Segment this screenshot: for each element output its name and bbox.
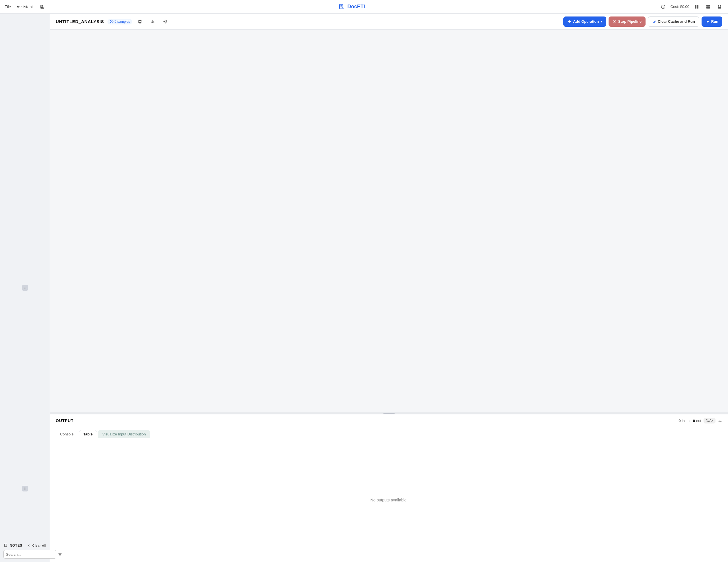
tab-console[interactable]: Console (56, 430, 78, 438)
search-input[interactable] (3, 550, 56, 559)
bookmark-icon (3, 544, 7, 547)
svg-point-22 (26, 488, 26, 489)
svg-point-20 (26, 487, 26, 488)
output-stats: 0 in → 0 out N/Ax (679, 418, 722, 423)
info-icon[interactable]: i (659, 3, 667, 11)
resize-grip (383, 413, 395, 414)
arrow-icon: → (687, 419, 691, 423)
svg-rect-10 (718, 5, 719, 7)
brand-icon (339, 4, 345, 10)
layout-icon-2[interactable] (704, 3, 712, 11)
out-label: out (696, 419, 701, 423)
svg-point-29 (165, 21, 166, 22)
sidebar-resize-handle-bottom[interactable] (22, 486, 28, 491)
search-row (3, 550, 46, 559)
svg-rect-12 (718, 7, 721, 9)
clear-all-button[interactable]: Clear All (32, 544, 46, 547)
in-label: in (682, 419, 685, 423)
resize-handle[interactable] (50, 412, 728, 414)
output-tabs: Console Table Visualize Input Distributi… (50, 427, 728, 438)
svg-rect-11 (720, 5, 721, 7)
assistant-menu[interactable]: Assistant (17, 5, 33, 9)
pipeline-download-icon[interactable] (148, 17, 157, 26)
notes-close-button[interactable]: × (28, 543, 30, 548)
add-operation-button[interactable]: Add Operation ▾ (563, 16, 606, 27)
pipeline-title: UNTITLED_ANALYSIS (56, 19, 104, 24)
save-icon[interactable] (38, 3, 46, 11)
pipeline-save-icon[interactable] (136, 17, 145, 26)
svg-rect-1 (42, 5, 43, 7)
notes-label: NOTES (10, 544, 22, 547)
output-header: OUTPUT 0 in → 0 out N/Ax (50, 414, 728, 427)
svg-rect-7 (697, 5, 698, 9)
svg-rect-6 (695, 5, 696, 9)
main-layout: NOTES × Clear All (0, 14, 728, 562)
samples-badge[interactable]: 5 samples (107, 19, 133, 24)
svg-point-14 (26, 287, 26, 287)
svg-point-15 (24, 288, 24, 288)
in-count: 0 (679, 419, 681, 423)
svg-text:i: i (663, 6, 663, 9)
svg-rect-27 (139, 20, 141, 21)
output-download-button[interactable] (718, 418, 722, 423)
sidebar: NOTES × Clear All (0, 14, 50, 562)
output-content: No outputs available. (50, 438, 728, 562)
svg-rect-31 (614, 21, 615, 22)
samples-count: 5 samples (115, 20, 130, 24)
stop-pipeline-button[interactable]: Stop Pipeline (609, 16, 646, 27)
svg-point-19 (24, 487, 24, 488)
svg-point-16 (26, 288, 26, 288)
pipeline-canvas (50, 30, 728, 412)
dropdown-arrow-icon: ▾ (601, 20, 602, 23)
svg-rect-8 (706, 5, 710, 7)
clock-icon (110, 20, 113, 23)
output-panel: OUTPUT 0 in → 0 out N/Ax (50, 414, 728, 562)
refresh-icon (652, 20, 656, 24)
content-area: UNTITLED_ANALYSIS 5 samples (50, 14, 728, 562)
layout-icon-1[interactable] (693, 3, 701, 11)
file-menu[interactable]: File (5, 5, 11, 9)
pipeline-header: UNTITLED_ANALYSIS 5 samples (50, 14, 728, 30)
notes-header: NOTES × Clear All (3, 543, 46, 548)
svg-point-17 (24, 288, 24, 289)
run-button[interactable]: Run (702, 16, 722, 27)
plus-icon (567, 20, 571, 24)
svg-point-13 (24, 287, 24, 287)
na-badge: N/Ax (704, 418, 715, 423)
tab-table[interactable]: Table (79, 430, 97, 438)
stop-icon (613, 20, 617, 24)
svg-point-23 (24, 489, 24, 490)
layout-icon-3[interactable] (715, 3, 723, 11)
clear-cache-run-button[interactable]: Clear Cache and Run (648, 16, 699, 27)
empty-message: No outputs available. (371, 498, 408, 502)
svg-rect-9 (706, 7, 710, 9)
output-title: OUTPUT (56, 418, 74, 423)
svg-point-18 (26, 288, 26, 289)
filter-button[interactable] (58, 550, 62, 558)
svg-rect-3 (340, 4, 343, 9)
out-count: 0 (693, 419, 695, 423)
sidebar-resize-handle-mid[interactable] (22, 285, 28, 291)
brand-name: DocETL (347, 4, 367, 10)
svg-rect-2 (41, 7, 44, 8)
play-icon (706, 20, 710, 24)
tab-visualize[interactable]: Visualize Input Distribution (98, 430, 150, 438)
svg-point-24 (26, 489, 26, 490)
cost-display: Cost: $0.00 (671, 5, 690, 9)
top-nav: File Assistant DocETL i Cost: $0. (0, 0, 728, 14)
pipeline-actions: Add Operation ▾ Stop Pipeline Clear Ca (563, 16, 722, 27)
pipeline-settings-icon[interactable] (161, 17, 170, 26)
svg-point-21 (24, 488, 24, 489)
svg-rect-28 (139, 22, 141, 23)
